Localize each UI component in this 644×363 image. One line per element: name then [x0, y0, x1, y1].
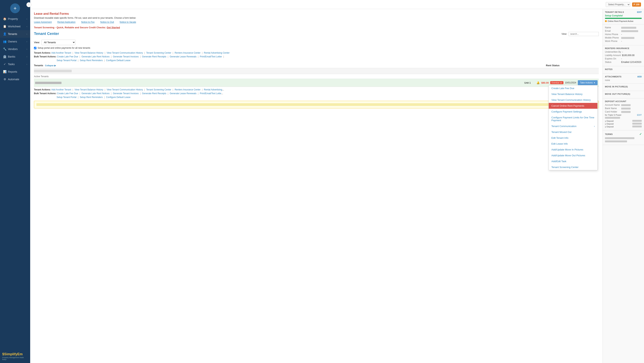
- renters-insurance-link2[interactable]: Renters Insurance Center: [175, 88, 200, 91]
- account-name-label: Account Name: [605, 104, 620, 106]
- generate-receipts-link2[interactable]: Generate Rent Receipts: [142, 92, 166, 95]
- dropdown-create-late-fee[interactable]: Create Late Fee Due: [549, 85, 598, 91]
- sidebar-item-tasks[interactable]: ✓ Tasks ›: [0, 60, 30, 68]
- underwritten-label: Underwritten By: [605, 51, 621, 53]
- dropdown-add-move-in-pictures[interactable]: Add/Update Move In Pictures: [549, 147, 598, 153]
- collapse-sidebar-button[interactable]: ‹: [26, 2, 31, 7]
- deposit-account-title: DEPOSIT ACCOUNT: [605, 100, 642, 103]
- dropdown-edit-lease-info[interactable]: Edit Lease Info: [549, 141, 598, 147]
- tenant-screening-link2[interactable]: Tenant Screening Center: [146, 88, 171, 91]
- work-phone-value: -: [621, 40, 622, 43]
- dropdown-configure-payment-settings[interactable]: Configure Payment Settings: [549, 109, 598, 115]
- rental-advertising-link2[interactable]: Rental Advertising: [204, 88, 222, 91]
- sidebar-item-reports[interactable]: 📊 Reports: [0, 68, 30, 76]
- reports-icon: 📊: [3, 70, 6, 74]
- dropdown-edit-tenant-info[interactable]: Edit Tenant Info: [549, 135, 598, 141]
- sidebar-item-owners[interactable]: 👥 Owners ›: [0, 38, 30, 45]
- tenant-name: [35, 81, 518, 84]
- dropdown-add-edit-task[interactable]: Add/Edit Task: [549, 158, 598, 164]
- home-phone-row: Home Phone -: [605, 33, 642, 36]
- bulk-actions-label: Bulk Tenant Actions:: [34, 55, 56, 58]
- configure-default-lease-link[interactable]: Configure Default Lease: [106, 59, 130, 62]
- generate-invoices-link2[interactable]: Generate Tenant Invoices: [113, 92, 139, 95]
- col-rent-header: Rent Status: [546, 64, 599, 67]
- online-dot-icon: [605, 20, 607, 22]
- topbar: Select Property... P 100: [30, 0, 644, 9]
- dropdown-view-balance[interactable]: View Tenant Balance History: [549, 91, 598, 97]
- view-dropdown[interactable]: All Tenants Active Tenants Past Tenants: [42, 40, 76, 45]
- brand-tagline: Property Management Made Easy!: [2, 356, 28, 360]
- rent-amount: $80.00: [541, 81, 549, 84]
- setup-portal-checkbox[interactable]: [34, 47, 36, 49]
- sidebar-item-automate[interactable]: ⚙ Automate: [0, 76, 30, 83]
- tenant-row-wrapper: Unit 1 🔔 $80.00 Overdue on 10/01/2024 Ta…: [34, 79, 599, 87]
- tenant-table-header: Tenants Collapse ▶ Rent Status: [34, 63, 599, 68]
- dropdown-configure-payment-limits[interactable]: Configure Payment Limits for One Time Pa…: [549, 115, 598, 123]
- mobile-phone-value: [621, 37, 634, 39]
- notice-to-vacate-link[interactable]: Notice to Vacate: [120, 21, 136, 24]
- generate-renewals-link[interactable]: Generate Lease Renewals: [170, 55, 196, 58]
- dropdown-tenant-communication[interactable]: Tenant Communication ›: [549, 123, 598, 129]
- sidebar-item-worksheet[interactable]: 📋 Worksheet ›: [0, 23, 30, 30]
- sidebar-item-tenants[interactable]: 👤 Tenants ›: [0, 30, 30, 38]
- view-balance-history-link2[interactable]: View Tenant Balance History: [74, 88, 103, 91]
- status-row: Status Emailed 12/14/2023: [605, 61, 642, 64]
- generate-renewals-link2[interactable]: Generate Lease Renewals: [170, 92, 196, 95]
- lease-forms-section: Lease and Rental Forms Download reusable…: [34, 12, 599, 24]
- view-communication-history-link2[interactable]: View Tenant Communication History: [106, 88, 143, 91]
- status-value: Emailed 12/14/2023: [621, 61, 641, 64]
- bulk-actions-row2: Setup Tenant Portal | Setup Rent Reminde…: [34, 59, 599, 62]
- setup-rent-reminders-link[interactable]: Setup Rent Reminders: [80, 59, 102, 62]
- generate-receipts-link[interactable]: Generate Rent Receipts: [142, 55, 166, 58]
- setup-rent-reminders-link2[interactable]: Setup Rent Reminders: [80, 96, 102, 99]
- renters-insurance-link[interactable]: Renters Insurance Center: [175, 52, 200, 54]
- generate-invoices-link[interactable]: Generate Tenant Invoices: [113, 55, 139, 58]
- create-late-fee-link[interactable]: Create Late Fee Due: [57, 55, 78, 58]
- setup-tenant-portal-link[interactable]: Setup Tenant Portal: [56, 59, 76, 62]
- dropdown-view-communication[interactable]: View Tenant Communication History: [549, 97, 598, 103]
- dropdown-tenant-moved-out[interactable]: Tenant Moved Out: [549, 129, 598, 135]
- configure-default-lease-link2[interactable]: Configure Default Lease: [106, 96, 130, 99]
- notice-to-pay-link[interactable]: Notice to Pay: [81, 21, 94, 24]
- setup-complete-label: Setup Complete!: [605, 14, 642, 17]
- view-search-input[interactable]: [568, 32, 599, 36]
- add-button[interactable]: +: [10, 4, 20, 13]
- add-another-tenant-link2[interactable]: Add Another Tenant: [51, 88, 71, 91]
- print-email-link2[interactable]: Print/Email/Text Lette: [200, 92, 221, 95]
- automate-icon: ⚙: [3, 78, 6, 81]
- sidebar-item-property[interactable]: 🏠 Property ›: [0, 15, 30, 23]
- create-late-fee-link2[interactable]: Create Late Fee Due: [57, 92, 78, 95]
- dropdown-cancel-online-rent[interactable]: Cancel Online Rent Payments: [549, 103, 598, 109]
- generate-late-notices-link[interactable]: Generate Late Rent Notices: [82, 55, 110, 58]
- lease-agreement-link[interactable]: Lease Agreement: [34, 21, 52, 24]
- take-actions-button[interactable]: Take Actions ▼: [578, 80, 598, 85]
- lease-forms-desc: Download reusable state specific forms. …: [34, 17, 599, 19]
- print-email-link[interactable]: Print/Email/Text Letter: [200, 55, 222, 58]
- add-attachment-link[interactable]: ADD: [637, 76, 642, 78]
- property-select[interactable]: Select Property...: [606, 2, 630, 7]
- renters-insurance-section: RENTERS INSURANCE Underwritten By - Liab…: [603, 45, 644, 66]
- view-communication-history-link[interactable]: View Tenant Communication History: [106, 52, 143, 54]
- work-phone-label: Work Phone: [605, 40, 620, 43]
- get-started-link[interactable]: Get Started: [107, 26, 120, 29]
- add-another-tenant-link[interactable]: Add Another Tenant: [51, 52, 71, 54]
- collapse-link[interactable]: Collapse: [45, 64, 54, 67]
- generate-late-notices-link2[interactable]: Generate Late Rent Notices: [82, 92, 110, 95]
- email-label: Email: [605, 30, 620, 32]
- deposit-edit-link[interactable]: EDIT: [637, 114, 642, 116]
- setup-tenant-portal-link2[interactable]: Setup Tenant Portal: [56, 96, 76, 99]
- sidebar-item-vendors[interactable]: 🔧 Vendors ›: [0, 45, 30, 53]
- rental-advertising-link[interactable]: Rental Advertising Center: [204, 52, 230, 54]
- view-balance-history-link[interactable]: View Tenant Balance History: [74, 52, 103, 54]
- rental-application-link[interactable]: Rental Application: [57, 21, 76, 24]
- mobile-phone-label: Mobile Phone: [605, 37, 620, 39]
- center-panel: Lease and Rental Forms Download reusable…: [30, 9, 602, 363]
- lease-forms-title: Lease and Rental Forms: [34, 12, 599, 16]
- tenant-screening-center-link[interactable]: Tenant Screening Center: [146, 52, 171, 54]
- sidebar-item-banks[interactable]: 🏦 Banks ›: [0, 53, 30, 60]
- card-holder-label: Card Holder: [605, 110, 620, 113]
- notice-to-quit-link[interactable]: Notice to Quit: [100, 21, 114, 24]
- tenant-details-edit-link[interactable]: EDIT: [637, 11, 642, 13]
- dropdown-add-move-out-pictures[interactable]: Add/Update Move Out Pictures: [549, 153, 598, 158]
- dropdown-tenant-screening-center[interactable]: Tenant Screening Center: [549, 164, 598, 170]
